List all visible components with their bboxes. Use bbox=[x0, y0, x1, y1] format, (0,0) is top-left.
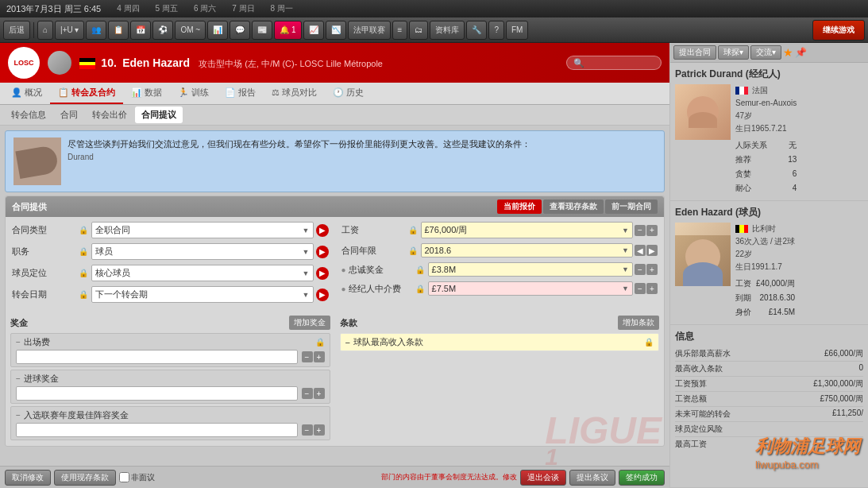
dropdown-icon-loyalty[interactable]: ▼ bbox=[622, 265, 629, 273]
search-input[interactable] bbox=[566, 56, 662, 70]
wage-plus-btn[interactable]: + bbox=[646, 225, 658, 236]
cl-prev-btn[interactable]: ◀ bbox=[635, 245, 646, 256]
lock-icon-b1: 🔒 bbox=[315, 338, 325, 347]
dropdown-icon-3[interactable]: ▼ bbox=[303, 269, 310, 277]
non-negotiable-checkbox[interactable]: 非面议 bbox=[119, 472, 155, 483]
offer-tab-existing[interactable]: 查看现存条款 bbox=[543, 199, 604, 214]
propose-button[interactable]: 提出条议 bbox=[569, 470, 615, 486]
player-header: LOSC 10. Eden Hazard 攻击型中场 (左, 中/M (C)- … bbox=[0, 43, 669, 83]
submit-offer-btn[interactable]: 提出合同 bbox=[673, 45, 716, 60]
home-button[interactable]: ⌂ bbox=[37, 21, 53, 40]
loyalty-minus-btn[interactable]: − bbox=[635, 264, 646, 275]
icon-btn-9[interactable]: 📉 bbox=[326, 21, 346, 40]
dropdown-icon-wage[interactable]: ▼ bbox=[622, 227, 629, 234]
tab-compare[interactable]: ⚖ 球员对比 bbox=[264, 83, 325, 104]
dropdown-icon-af[interactable]: ▼ bbox=[622, 285, 629, 292]
icon-btn-2[interactable]: 📋 bbox=[108, 21, 129, 40]
bonus-minus-1[interactable]: − bbox=[302, 351, 313, 362]
bonus-value-input-3[interactable]: £375K bbox=[16, 423, 298, 437]
bonus-plus-3[interactable]: + bbox=[314, 424, 325, 436]
cancel-button[interactable]: 取消修改 bbox=[5, 470, 51, 486]
icon-btn-12[interactable]: 🔧 bbox=[466, 21, 487, 40]
help-button[interactable]: ? bbox=[488, 21, 504, 40]
back-button[interactable]: 后退 bbox=[3, 21, 30, 40]
info-label-wage-budget: 工资预算 bbox=[675, 378, 707, 389]
use-existing-button[interactable]: 使用现存条款 bbox=[54, 470, 116, 486]
dropdown-icon-2[interactable]: ▼ bbox=[303, 248, 310, 256]
collapse-icon-3[interactable]: − bbox=[16, 411, 21, 420]
pci-until: 到期 2018.6.30 bbox=[735, 291, 795, 305]
tab-training[interactable]: 🏃 训练 bbox=[170, 83, 217, 104]
tab-transfer[interactable]: 📋 转会及合约 bbox=[50, 83, 123, 104]
icon-btn-10[interactable]: ≡ bbox=[392, 21, 408, 40]
exchange-btn[interactable]: 交流▾ bbox=[750, 45, 781, 60]
league-button[interactable]: 法甲联赛 bbox=[348, 21, 391, 40]
exit-talk-button[interactable]: 退出会谈 bbox=[520, 470, 566, 486]
icon-btn-5[interactable]: 📊 bbox=[207, 21, 228, 40]
wage-minus-btn[interactable]: − bbox=[635, 225, 646, 236]
icon-btn-8[interactable]: 📈 bbox=[303, 21, 324, 40]
arrow-circle-3[interactable]: ▶ bbox=[316, 267, 329, 280]
info-value-wage-budget: £1,300,000/周 bbox=[813, 378, 863, 389]
player-photo-right bbox=[675, 223, 731, 286]
dropdown-icon-cl[interactable]: ▼ bbox=[622, 246, 629, 254]
offer-tab-current[interactable]: 当前报价 bbox=[497, 199, 542, 214]
offer-value-loyalty: £3.8M ▼ bbox=[428, 262, 633, 277]
af-plus-btn[interactable]: + bbox=[646, 283, 658, 294]
continue-button[interactable]: 继续游戏 bbox=[812, 20, 865, 41]
sub-tab-transfer-info[interactable]: 转会信息 bbox=[5, 107, 52, 123]
tab-transfer-icon: 📋 bbox=[58, 87, 69, 98]
cl-next-btn[interactable]: ▶ bbox=[646, 245, 658, 256]
bonus-value-input-1[interactable]: £7.5K bbox=[16, 350, 298, 364]
favorite-star-icon[interactable]: ★ bbox=[783, 46, 793, 59]
offer-row-agent-fee: ● 经纪人中介费 🔒 £7.5M ▼ − + bbox=[341, 281, 658, 296]
bonus-minus-3[interactable]: − bbox=[302, 424, 313, 436]
offer-row-contract-length: 合同年限 🔒 2018.6 ▼ ◀ ▶ bbox=[341, 243, 658, 258]
icon-btn-7[interactable]: 📰 bbox=[252, 21, 272, 40]
tab-report[interactable]: 📄 报告 bbox=[217, 83, 264, 104]
tab-history-icon: 🕐 bbox=[333, 87, 344, 98]
om-button[interactable]: OM ~ bbox=[175, 21, 206, 40]
icon-btn-3[interactable]: 📅 bbox=[130, 21, 151, 40]
right-panel: 提出合同 球探▾ 交流▾ ★ 📌 Patrick Durand (经纪人) bbox=[669, 43, 868, 488]
bonus-plus-1[interactable]: + bbox=[314, 351, 325, 362]
sign-button[interactable]: 签约成功 bbox=[619, 470, 665, 486]
sub-tab-offer[interactable]: 合同提议 bbox=[135, 107, 183, 123]
contract-offer-section: 合同提供 当前报价 查看现存条款 前一期合同 合同类 bbox=[5, 196, 665, 447]
pin-icon[interactable]: 📌 bbox=[795, 47, 807, 58]
tab-overview[interactable]: 👤 概况 bbox=[3, 83, 50, 104]
dropdown-icon-1[interactable]: ▼ bbox=[303, 227, 310, 234]
yu-button[interactable]: |+U ▾ bbox=[55, 21, 84, 40]
sub-tab-contract[interactable]: 合同 bbox=[54, 107, 84, 123]
add-bonus-button[interactable]: 增加奖金 bbox=[289, 316, 330, 330]
tab-history[interactable]: 🕐 历史 bbox=[325, 83, 372, 104]
negotiate-btn[interactable]: 球探▾ bbox=[718, 45, 749, 60]
loyalty-plus-btn[interactable]: + bbox=[646, 264, 658, 275]
arrow-circle-2[interactable]: ▶ bbox=[316, 246, 329, 258]
resources-button[interactable]: 资料库 bbox=[430, 21, 465, 40]
dropdown-icon-4[interactable]: ▼ bbox=[303, 291, 310, 299]
arrow-circle-4[interactable]: ▶ bbox=[316, 289, 329, 301]
offer-tab-prev[interactable]: 前一期合同 bbox=[605, 199, 658, 214]
icon-btn-4[interactable]: ⚽ bbox=[152, 21, 173, 40]
fm-button[interactable]: FM bbox=[506, 21, 528, 40]
sub-tab-bid[interactable]: 转会出价 bbox=[86, 107, 133, 123]
notification-btn[interactable]: 🔔 1 bbox=[274, 21, 301, 40]
collapse-icon-1[interactable]: − bbox=[16, 338, 21, 347]
non-negotiable-check[interactable] bbox=[119, 472, 129, 482]
af-minus-btn[interactable]: − bbox=[635, 283, 646, 294]
bonus-minus-2[interactable]: − bbox=[302, 388, 313, 399]
icon-btn-1[interactable]: 👥 bbox=[86, 21, 106, 40]
tab-stats[interactable]: 📊 数据 bbox=[123, 83, 170, 104]
bonus-plus-2[interactable]: + bbox=[314, 388, 325, 399]
icon-btn-11[interactable]: 🗂 bbox=[409, 21, 428, 40]
arrow-circle-1[interactable]: ▶ bbox=[316, 224, 329, 237]
offer-value-contract-type: 全职合同 ▼ bbox=[91, 222, 314, 238]
add-conditions-button[interactable]: 增加条款 bbox=[618, 316, 659, 330]
bonus-item-2-title: − 进球奖金 bbox=[16, 373, 325, 385]
conditions-title: 条款 bbox=[340, 317, 357, 329]
icon-btn-6[interactable]: 💬 bbox=[230, 21, 250, 40]
bonus-value-input-2[interactable]: £3.8K bbox=[16, 386, 298, 401]
contract-offer-tabs: 当前报价 查看现存条款 前一期合同 bbox=[497, 199, 658, 214]
collapse-icon-2[interactable]: − bbox=[16, 374, 21, 383]
